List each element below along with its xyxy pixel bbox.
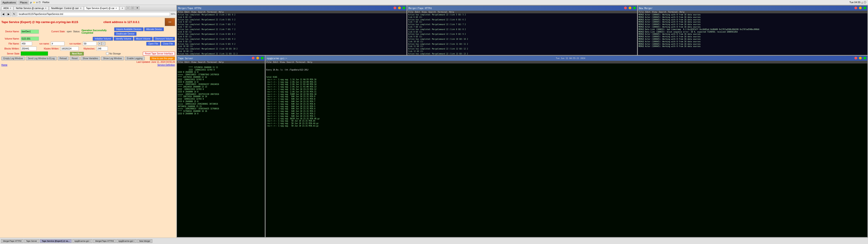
menu-file-4[interactable]: File bbox=[178, 61, 183, 63]
tab-aida[interactable]: AIDA ✕ bbox=[1, 6, 13, 10]
terminal-4-close[interactable] bbox=[252, 57, 254, 59]
taskbar-item-npg-1[interactable]: npg@carme-gsi:~ bbox=[72, 239, 92, 243]
inquire-button[interactable]: Inquire Available Devices bbox=[114, 27, 144, 31]
menu-file-1[interactable]: File bbox=[178, 11, 183, 13]
taskbar-item-npg-2[interactable]: npg@carme-gsi:~ bbox=[116, 239, 136, 243]
forward-button[interactable]: ▶ bbox=[6, 12, 11, 16]
show-log-button[interactable]: Show Log Window bbox=[101, 57, 124, 60]
menu-edit-1[interactable]: Edit bbox=[185, 11, 190, 13]
menu-edit-5[interactable]: Edit bbox=[273, 61, 278, 63]
run-num-plus[interactable]: + bbox=[98, 42, 101, 45]
places-menu[interactable]: Places bbox=[18, 0, 29, 4]
terminal-3-close[interactable] bbox=[855, 6, 857, 9]
tab-newmerger[interactable]: NewMerger: Control @ carr ✕ bbox=[49, 6, 84, 10]
init-volume-button[interactable]: Initialise Volume bbox=[93, 37, 113, 41]
tab-close-tapeservice[interactable]: ✕ bbox=[115, 7, 117, 9]
tab-close-newmerger[interactable]: ✕ bbox=[80, 7, 82, 9]
browser-close[interactable]: ✕ bbox=[135, 6, 140, 10]
menu-file-5[interactable]: File bbox=[267, 61, 272, 63]
menu-help-5[interactable]: Help bbox=[307, 61, 312, 63]
reload-button[interactable]: ↻ bbox=[12, 12, 17, 16]
menu-help-1[interactable]: Help bbox=[219, 11, 224, 13]
terminal-4-min[interactable] bbox=[256, 57, 259, 59]
taskbar-item-tapeservice[interactable]: Tape Service (Expert) @ va... bbox=[40, 239, 72, 243]
applications-menu[interactable]: Applications bbox=[1, 0, 18, 4]
tab-netvar[interactable]: NetVar Service @ carme-gs ✕ bbox=[14, 6, 49, 10]
terminal-4-content[interactable]: **** 22528016 2048000 11 11 2222 -189662… bbox=[177, 63, 265, 237]
terminal-3-max[interactable] bbox=[864, 6, 866, 9]
terminal-3-content[interactable]: MERGE Actor (180045): Working with 0 fro… bbox=[638, 13, 867, 55]
volume-name-input[interactable] bbox=[21, 37, 39, 41]
open-file-button[interactable]: Open File bbox=[146, 42, 160, 45]
taskbar-item-new-merger[interactable]: New Merger bbox=[137, 239, 152, 243]
menu-edit-3[interactable]: Edit bbox=[645, 11, 650, 13]
file-name-input[interactable] bbox=[21, 41, 32, 45]
close-file-button[interactable]: Close File bbox=[161, 42, 175, 45]
terminal-4-max[interactable] bbox=[261, 57, 264, 59]
menu-terminal-1[interactable]: Terminal bbox=[207, 11, 217, 13]
menu-view-3[interactable]: View bbox=[652, 11, 657, 13]
next-run-button[interactable]: Next Run bbox=[70, 52, 84, 56]
menu-terminal-4[interactable]: Terminal bbox=[207, 61, 217, 63]
terminal-2-content[interactable]: Action has completed: MergeCommand 22 (l… bbox=[407, 13, 637, 55]
reset-tape-button[interactable]: Reset Tape Server Interface bbox=[143, 52, 175, 56]
menu-file-2[interactable]: File bbox=[408, 11, 413, 13]
menu-help-4[interactable]: Help bbox=[219, 61, 224, 63]
identify-button[interactable]: Identify Volume bbox=[114, 37, 133, 41]
tab-close-netvar[interactable]: ✕ bbox=[45, 7, 46, 9]
deallocate-button[interactable]: Deallocate Device bbox=[114, 32, 136, 36]
url-bar[interactable] bbox=[18, 12, 170, 16]
menu-terminal-2[interactable]: Terminal bbox=[438, 11, 447, 13]
service-def-link[interactable]: Service Definition bbox=[157, 64, 175, 66]
run-num-minus[interactable]: - bbox=[102, 42, 105, 45]
menu-search-2[interactable]: Search bbox=[428, 11, 436, 13]
menu-edit-4[interactable]: Edit bbox=[185, 61, 190, 63]
show-variables-button[interactable]: Show Variables bbox=[81, 57, 100, 60]
tab-close-aida[interactable]: ✕ bbox=[9, 7, 11, 9]
menu-help-2[interactable]: Help bbox=[449, 11, 454, 13]
home-link[interactable]: Home bbox=[1, 64, 7, 66]
run-name-input[interactable] bbox=[51, 41, 64, 45]
blocks-written-input[interactable] bbox=[21, 47, 37, 51]
menu-search-3[interactable]: Search bbox=[659, 11, 666, 13]
menu-view-5[interactable]: View bbox=[280, 61, 285, 63]
terminal-2-min[interactable] bbox=[629, 6, 631, 9]
browser-maximize[interactable]: □ bbox=[131, 6, 134, 10]
taskbar-item-merger-tape-1[interactable]: Merger/Tape HTTPd bbox=[1, 239, 24, 243]
run-number-input[interactable] bbox=[83, 41, 96, 45]
terminal-5-min[interactable] bbox=[859, 57, 862, 59]
terminal-5-close[interactable] bbox=[855, 57, 857, 59]
tab-new[interactable]: + bbox=[120, 6, 125, 10]
empty-log-button[interactable]: Empty Log Window bbox=[1, 57, 25, 60]
terminal-1-close[interactable] bbox=[394, 6, 396, 9]
terminal-5-max[interactable] bbox=[864, 57, 866, 59]
send-log-button[interactable]: Send Log Window to ELog bbox=[26, 57, 57, 60]
khbytes-sec-input[interactable] bbox=[96, 47, 108, 51]
menu-view-1[interactable]: View bbox=[191, 11, 196, 13]
dismount-button[interactable]: Dismount Volume bbox=[153, 37, 175, 41]
taskbar-item-merger-tape-2[interactable]: Merger/Tape HTTPd bbox=[93, 239, 116, 243]
terminal-1-min[interactable] bbox=[398, 6, 401, 9]
how-to-button[interactable]: How to use this page bbox=[150, 57, 175, 60]
menu-edit-2[interactable]: Edit bbox=[415, 11, 420, 13]
taskbar-item-tape-server[interactable]: Tape Server bbox=[24, 239, 39, 243]
allocate-button[interactable]: Allocate Device bbox=[144, 27, 164, 31]
tab-tapeservice[interactable]: Tape Service (Expert) @ car ✕ bbox=[84, 6, 119, 10]
reset-page-button[interactable]: Reset bbox=[70, 57, 80, 60]
mount-button[interactable]: Mount Volume bbox=[134, 37, 153, 41]
menu-view-2[interactable]: View bbox=[422, 11, 427, 13]
menu-search-4[interactable]: Search bbox=[198, 61, 206, 63]
menu-help-3[interactable]: Help bbox=[680, 11, 685, 13]
enable-logging-button[interactable]: Enable Logging bbox=[125, 57, 145, 60]
terminal-5-content[interactable]: Every 10.0s: ls -lth /TapeData/G22-201/ … bbox=[266, 63, 867, 237]
terminal-1-content[interactable]: Action has completed: MergeCommand 22 (l… bbox=[177, 13, 406, 55]
terminal-1-max[interactable] bbox=[403, 6, 405, 9]
menu-file-3[interactable]: File bbox=[639, 11, 644, 13]
menu-terminal-3[interactable]: Terminal bbox=[668, 11, 678, 13]
reload-page-button[interactable]: Reload bbox=[58, 57, 69, 60]
menu-terminal-5[interactable]: Terminal bbox=[296, 61, 306, 63]
menu-search-5[interactable]: Search bbox=[287, 61, 294, 63]
terminal-2-max[interactable] bbox=[633, 6, 636, 9]
terminal-3-min[interactable] bbox=[859, 6, 862, 9]
menu-search-1[interactable]: Search bbox=[198, 11, 206, 13]
